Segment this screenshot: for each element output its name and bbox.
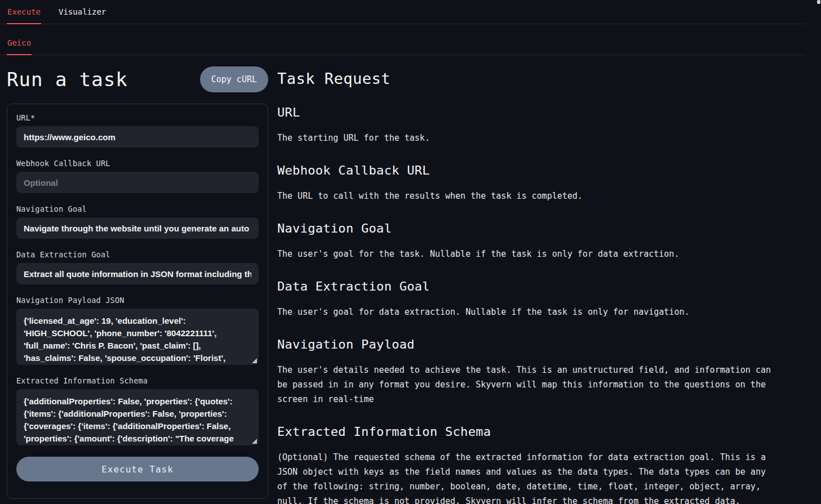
doc-section-body: The URL to call with the results when th… bbox=[277, 189, 779, 203]
data-extraction-goal-label: Data Extraction Goal bbox=[16, 250, 259, 259]
doc-section-heading: Extracted Information Schema bbox=[277, 425, 806, 439]
tab-visualizer[interactable]: Visualizer bbox=[58, 0, 106, 24]
tab-geico[interactable]: Geico bbox=[7, 31, 32, 55]
url-label: URL* bbox=[16, 113, 259, 122]
resize-grip-icon[interactable] bbox=[252, 439, 257, 444]
tab-execute[interactable]: Execute bbox=[7, 0, 41, 24]
webhook-label: Webhook Callback URL bbox=[16, 159, 259, 168]
execute-task-button[interactable]: Execute Task bbox=[16, 457, 259, 481]
doc-section-heading: URL bbox=[277, 105, 806, 119]
field-navigation-goal: Navigation Goal bbox=[16, 204, 259, 239]
doc-section-url: URL The starting URL for the task. bbox=[277, 105, 806, 145]
field-webhook: Webhook Callback URL bbox=[16, 159, 259, 193]
navigation-payload-label: Navigation Payload JSON bbox=[16, 296, 259, 305]
field-navigation-payload: Navigation Payload JSON {'licensed_at_ag… bbox=[16, 296, 259, 365]
field-data-extraction-goal: Data Extraction Goal bbox=[16, 250, 259, 284]
navigation-payload-wrap: {'licensed_at_age': 19, 'education_level… bbox=[16, 309, 259, 365]
run-task-panel: Run a task Copy cURL URL* Webhook Callba… bbox=[7, 62, 268, 499]
doc-section-extracted-schema: Extracted Information Schema (Optional) … bbox=[277, 425, 806, 504]
doc-section-heading: Navigation Goal bbox=[277, 221, 806, 235]
resize-grip-icon[interactable] bbox=[252, 358, 257, 363]
data-extraction-goal-input[interactable] bbox=[16, 263, 259, 284]
doc-section-heading: Webhook Callback URL bbox=[277, 163, 806, 177]
extracted-schema-wrap: {'additionalProperties': False, 'propert… bbox=[16, 389, 259, 445]
main-content: Run a task Copy cURL URL* Webhook Callba… bbox=[0, 55, 821, 504]
field-url: URL* bbox=[16, 113, 259, 148]
doc-section-body: The starting URL for the task. bbox=[277, 131, 779, 145]
task-form-card: URL* Webhook Callback URL Navigation Goa… bbox=[7, 104, 268, 499]
doc-section-body: The user's goal for the task. Nullable i… bbox=[277, 247, 779, 261]
doc-section-webhook: Webhook Callback URL The URL to call wit… bbox=[277, 163, 806, 203]
top-tabbar: Execute Visualizer bbox=[0, 0, 806, 24]
doc-section-body: (Optional) The requested schema of the e… bbox=[277, 450, 779, 504]
scrollbar-thumb[interactable] bbox=[817, 0, 820, 4]
doc-section-body: The user's goal for data extraction. Nul… bbox=[277, 305, 779, 319]
field-extracted-schema: Extracted Information Schema {'additiona… bbox=[16, 376, 259, 445]
doc-title: Task Request bbox=[277, 70, 806, 87]
copy-curl-button[interactable]: Copy cURL bbox=[200, 66, 268, 92]
doc-section-navigation-goal: Navigation Goal The user's goal for the … bbox=[277, 221, 806, 261]
page-title: Run a task bbox=[7, 68, 128, 91]
navigation-goal-label: Navigation Goal bbox=[16, 204, 259, 213]
doc-section-navigation-payload: Navigation Payload The user's details ne… bbox=[277, 337, 806, 407]
task-request-docs: Task Request URL The starting URL for th… bbox=[277, 62, 806, 504]
navigation-goal-input[interactable] bbox=[16, 217, 259, 239]
doc-section-body: The user's details needed to achieve the… bbox=[277, 363, 779, 407]
webhook-input[interactable] bbox=[16, 172, 259, 193]
extracted-schema-textarea[interactable]: {'additionalProperties': False, 'propert… bbox=[16, 389, 259, 445]
run-task-header: Run a task Copy cURL bbox=[7, 66, 268, 92]
navigation-payload-textarea[interactable]: {'licensed_at_age': 19, 'education_level… bbox=[16, 309, 259, 365]
doc-section-heading: Navigation Payload bbox=[277, 337, 806, 351]
doc-section-data-extraction-goal: Data Extraction Goal The user's goal for… bbox=[277, 279, 806, 319]
url-input[interactable] bbox=[16, 126, 259, 148]
sub-tabbar: Geico bbox=[0, 24, 806, 55]
doc-section-heading: Data Extraction Goal bbox=[277, 279, 806, 293]
extracted-schema-label: Extracted Information Schema bbox=[16, 376, 259, 385]
